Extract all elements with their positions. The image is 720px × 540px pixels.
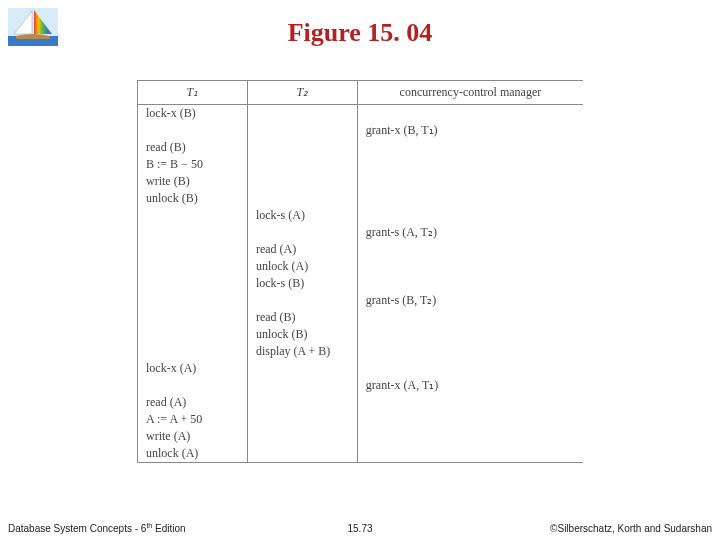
cell-t1: lock-x (A)	[138, 360, 248, 377]
cell-t2	[247, 156, 357, 173]
table-row: grant-x (A, T₁)	[138, 377, 584, 394]
cell-mgr	[357, 156, 583, 173]
cell-t1: unlock (B)	[138, 190, 248, 207]
cell-t2	[247, 190, 357, 207]
cell-mgr	[357, 326, 583, 343]
cell-t2	[247, 173, 357, 190]
cell-mgr: grant-s (A, T₂)	[357, 224, 583, 241]
cell-t1	[138, 258, 248, 275]
footer-right: ©Silberschatz, Korth and Sudarshan	[550, 523, 712, 534]
table-row: display (A + B)	[138, 343, 584, 360]
cell-t2	[247, 224, 357, 241]
cell-t1	[138, 224, 248, 241]
figure-title: Figure 15. 04	[0, 18, 720, 48]
cell-mgr	[357, 343, 583, 360]
cell-t1	[138, 241, 248, 258]
cell-t2	[247, 292, 357, 309]
table-row: write (A)	[138, 428, 584, 445]
cell-mgr	[357, 394, 583, 411]
cell-t2	[247, 105, 357, 123]
cell-mgr	[357, 275, 583, 292]
cell-t1: write (B)	[138, 173, 248, 190]
figure-table-wrapper: T₁ T₂ concurrency-control manager lock-x…	[137, 80, 583, 463]
cell-t2	[247, 411, 357, 428]
cell-t1: write (A)	[138, 428, 248, 445]
slide: Figure 15. 04 T₁ T₂ concurrency-control …	[0, 0, 720, 540]
col-header-t1: T₁	[138, 81, 248, 105]
cell-mgr: grant-x (A, T₁)	[357, 377, 583, 394]
cell-mgr: grant-s (B, T₂)	[357, 292, 583, 309]
cell-t1: A := A + 50	[138, 411, 248, 428]
cell-t2	[247, 360, 357, 377]
cell-t2	[247, 445, 357, 463]
table-row: read (B)	[138, 309, 584, 326]
cell-t1: read (B)	[138, 139, 248, 156]
cell-mgr	[357, 445, 583, 463]
cell-t1: lock-x (B)	[138, 105, 248, 123]
cell-mgr: grant-x (B, T₁)	[357, 122, 583, 139]
table-row: lock-x (A)	[138, 360, 584, 377]
cell-mgr	[357, 411, 583, 428]
cell-t1	[138, 377, 248, 394]
footer-left: Database System Concepts - 6th Edition	[8, 522, 186, 534]
cell-mgr	[357, 190, 583, 207]
cell-t1	[138, 309, 248, 326]
cell-t2	[247, 377, 357, 394]
cell-mgr	[357, 309, 583, 326]
cell-t1	[138, 292, 248, 309]
table-row: lock-x (B)	[138, 105, 584, 123]
table-row: grant-s (B, T₂)	[138, 292, 584, 309]
cell-t2	[247, 122, 357, 139]
cell-t2: display (A + B)	[247, 343, 357, 360]
cell-mgr	[357, 105, 583, 123]
cell-mgr	[357, 139, 583, 156]
cell-t1	[138, 275, 248, 292]
table-row: A := A + 50	[138, 411, 584, 428]
cell-t2	[247, 139, 357, 156]
schedule-table: T₁ T₂ concurrency-control manager lock-x…	[137, 80, 583, 463]
cell-t2: unlock (A)	[247, 258, 357, 275]
cell-mgr	[357, 241, 583, 258]
cell-t2: lock-s (B)	[247, 275, 357, 292]
table-row: read (A)	[138, 241, 584, 258]
col-header-t2: T₂	[247, 81, 357, 105]
cell-mgr	[357, 207, 583, 224]
cell-t2	[247, 394, 357, 411]
table-row: grant-x (B, T₁)	[138, 122, 584, 139]
table-header-row: T₁ T₂ concurrency-control manager	[138, 81, 584, 105]
cell-t1	[138, 207, 248, 224]
table-row: unlock (B)	[138, 190, 584, 207]
table-row: grant-s (A, T₂)	[138, 224, 584, 241]
table-row: B := B − 50	[138, 156, 584, 173]
cell-t1: B := B − 50	[138, 156, 248, 173]
cell-t2: unlock (B)	[247, 326, 357, 343]
table-row: lock-s (B)	[138, 275, 584, 292]
table-row: read (B)	[138, 139, 584, 156]
cell-t1	[138, 343, 248, 360]
cell-t2: read (A)	[247, 241, 357, 258]
cell-t1	[138, 122, 248, 139]
cell-mgr	[357, 360, 583, 377]
cell-t1: unlock (A)	[138, 445, 248, 463]
cell-t1: read (A)	[138, 394, 248, 411]
cell-t2: read (B)	[247, 309, 357, 326]
cell-t2: lock-s (A)	[247, 207, 357, 224]
footer-center: 15.73	[347, 523, 372, 534]
cell-mgr	[357, 173, 583, 190]
table-row: lock-s (A)	[138, 207, 584, 224]
table-row: read (A)	[138, 394, 584, 411]
cell-t1	[138, 326, 248, 343]
table-row: unlock (B)	[138, 326, 584, 343]
cell-mgr	[357, 428, 583, 445]
table-row: unlock (A)	[138, 445, 584, 463]
cell-t2	[247, 428, 357, 445]
col-header-mgr: concurrency-control manager	[357, 81, 583, 105]
table-row: unlock (A)	[138, 258, 584, 275]
table-row: write (B)	[138, 173, 584, 190]
cell-mgr	[357, 258, 583, 275]
